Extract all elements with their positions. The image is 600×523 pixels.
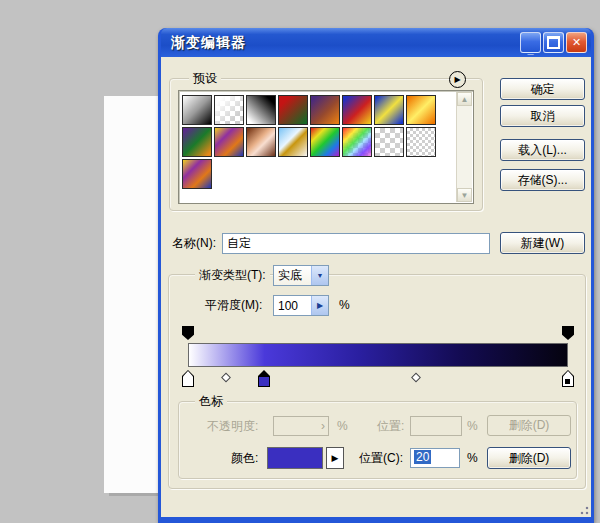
- resize-grip[interactable]: [577, 503, 589, 515]
- preset-swatch-fg-to-bg[interactable]: [182, 95, 212, 125]
- preset-swatch-black-white[interactable]: [246, 95, 276, 125]
- load-button[interactable]: 载入(L)...: [500, 139, 585, 161]
- preset-flyout-button[interactable]: ▶: [449, 71, 466, 88]
- position-value: 20: [414, 450, 431, 464]
- position-input[interactable]: 20: [410, 448, 460, 468]
- delete-color-button[interactable]: 删除(D): [487, 447, 571, 469]
- dialog-title: 渐变编辑器: [171, 34, 520, 52]
- position-unit: %: [467, 451, 478, 466]
- gradient-type-select[interactable]: 实底 ▼: [273, 265, 329, 286]
- maximize-icon: [547, 36, 560, 49]
- document-canvas: [104, 96, 160, 493]
- cancel-button[interactable]: 取消: [500, 105, 585, 127]
- name-input[interactable]: [222, 233, 490, 254]
- maximize-button[interactable]: [543, 32, 564, 53]
- gradient-bar[interactable]: [188, 343, 568, 367]
- smoothness-unit: %: [339, 298, 350, 313]
- scroll-down-icon[interactable]: ▼: [457, 188, 472, 202]
- opacity-position-unit: %: [467, 419, 478, 434]
- preset-swatch-red-green[interactable]: [278, 95, 308, 125]
- delete-opacity-button: 删除(D): [487, 415, 571, 436]
- stops-group-label: 色标: [195, 394, 227, 408]
- preset-swatch-blue-red-yellow[interactable]: [342, 95, 372, 125]
- scroll-up-icon[interactable]: ▲: [457, 92, 472, 106]
- smoothness-label: 平滑度(M):: [205, 298, 262, 313]
- smoothness-arrow-icon[interactable]: ▶: [311, 296, 328, 315]
- preset-swatch-orange-yellow-orange[interactable]: [406, 95, 436, 125]
- opacity-position-input: [410, 416, 462, 436]
- preset-swatch-yellow-violet-orange-blue[interactable]: [214, 127, 244, 157]
- preset-swatch-spectrum[interactable]: [310, 127, 340, 157]
- smoothness-input[interactable]: 100 ▶: [273, 295, 329, 316]
- opacity-label: 不透明度:: [207, 419, 258, 434]
- save-button[interactable]: 存储(S)...: [500, 169, 585, 191]
- dialog-titlebar[interactable]: 渐变编辑器 _ ✕: [161, 28, 591, 57]
- color-flyout-button[interactable]: ▶: [326, 447, 344, 469]
- gradient-type-value: 实底: [274, 267, 311, 284]
- opacity-arrow-icon: ›: [321, 419, 325, 434]
- preset-swatch-yellow-violet-orange-blue-2[interactable]: [182, 159, 212, 189]
- flyout-arrow-icon: ▶: [454, 75, 460, 84]
- minimize-button[interactable]: _: [520, 32, 541, 53]
- close-icon: ✕: [572, 36, 581, 49]
- desktop: 渐变编辑器 _ ✕ 预设 ▶ ▲ ▼ 确定 取消: [0, 0, 600, 523]
- preset-swatch-blue-yellow-blue[interactable]: [374, 95, 404, 125]
- opacity-unit: %: [337, 419, 348, 434]
- ok-button[interactable]: 确定: [500, 78, 585, 100]
- preset-scrollbar[interactable]: ▲ ▼: [456, 92, 472, 202]
- preset-swatch-copper[interactable]: [246, 127, 276, 157]
- gradient-editor-dialog: 渐变编辑器 _ ✕ 预设 ▶ ▲ ▼ 确定 取消: [158, 28, 594, 523]
- preset-swatch-violet-orange[interactable]: [310, 95, 340, 125]
- presets-group-label: 预设: [189, 71, 221, 85]
- preset-swatch-fg-to-transparent[interactable]: [214, 95, 244, 125]
- preset-swatch-transparent-rainbow[interactable]: [342, 127, 372, 157]
- dialog-body: 预设 ▶ ▲ ▼ 确定 取消 载入(L)... 存储(S)... 名称(N): …: [161, 57, 591, 517]
- opacity-position-label: 位置:: [377, 419, 404, 434]
- opacity-input: ›: [273, 416, 329, 436]
- name-label: 名称(N):: [172, 236, 216, 251]
- preset-listbox: ▲ ▼: [178, 90, 474, 204]
- close-button[interactable]: ✕: [566, 32, 587, 53]
- preset-swatch-violet-green-orange[interactable]: [182, 127, 212, 157]
- preset-swatch-transparent[interactable]: [374, 127, 404, 157]
- color-label: 颜色:: [231, 451, 258, 466]
- preset-swatch-chrome[interactable]: [278, 127, 308, 157]
- preset-grid: [182, 95, 454, 189]
- dropdown-arrow-icon[interactable]: ▼: [311, 266, 328, 285]
- gradient-type-label: 渐变类型(T):: [195, 268, 270, 282]
- smoothness-value: 100: [274, 299, 311, 313]
- color-arrow-icon: ▶: [332, 453, 339, 463]
- new-button[interactable]: 新建(W): [500, 232, 585, 254]
- preset-swatch-gray-noise[interactable]: [406, 127, 436, 157]
- minimize-icon: _: [527, 46, 533, 52]
- position-label: 位置(C):: [359, 451, 403, 466]
- color-swatch[interactable]: [267, 447, 323, 469]
